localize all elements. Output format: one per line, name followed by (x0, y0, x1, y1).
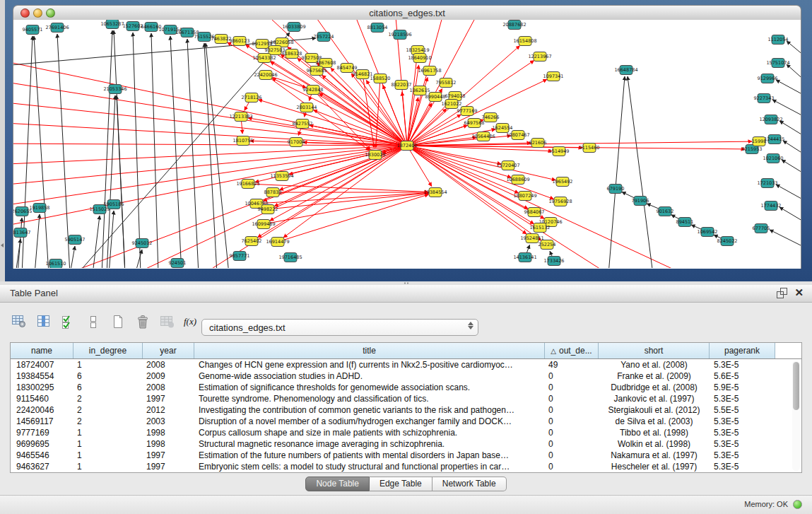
graph-node[interactable]: 14136141 (513, 253, 536, 262)
graph-node[interactable]: 9227343 (754, 94, 775, 103)
collapse-left-arrow-icon[interactable] (1, 243, 4, 247)
table-row[interactable]: 946554611997Estimation of the future num… (11, 450, 801, 461)
table-settings-button[interactable] (10, 313, 28, 331)
graph-node[interactable]: 1965492 (553, 177, 573, 187)
graph-node[interactable]: 677705 (753, 224, 770, 233)
delete-columns-button[interactable] (134, 313, 152, 331)
graph-node[interactable]: 8822037 (392, 81, 412, 90)
graph-node[interactable]: 8427552 (293, 119, 313, 129)
graph-node[interactable]: 15751074 (766, 59, 789, 68)
table-scrollbar[interactable] (792, 361, 800, 471)
graph-node[interactable]: 9129966 (758, 74, 778, 83)
graph-node[interactable]: 791906 (632, 197, 649, 206)
graph-node[interactable]: 12093822 (759, 115, 782, 124)
function-builder-button[interactable]: f(x) (183, 313, 201, 331)
graph-node[interactable]: 27691406 (45, 23, 69, 33)
graph-node[interactable]: 12213383 (229, 112, 252, 122)
table-scrollbar-thumb[interactable] (793, 362, 799, 410)
graph-node[interactable]: 8813054 (367, 23, 388, 33)
graph-node[interactable]: 9684067 (524, 208, 545, 217)
column-header-out_de[interactable]: △out_de... (545, 343, 599, 358)
graph-node[interactable]: 19384554 (423, 188, 447, 197)
graph-node[interactable]: 1721033 (758, 179, 778, 188)
graph-node[interactable]: 1514949 (549, 147, 570, 156)
graph-node[interactable]: 1244415 (765, 135, 785, 144)
graph-node[interactable]: 1588520 (370, 74, 391, 83)
graph-node[interactable]: 621606 (529, 139, 547, 148)
select-all-columns-button[interactable] (59, 313, 78, 331)
tab-edge-table[interactable]: Edge Table (370, 477, 433, 491)
graph-node[interactable]: 15998 (752, 137, 767, 146)
graph-node[interactable]: 21053346 (103, 85, 126, 94)
graph-node[interactable]: 1615132 (530, 223, 551, 233)
graph-node[interactable]: 8990448 (425, 93, 446, 102)
graph-node[interactable]: 18807249 (513, 192, 536, 201)
graph-node[interactable]: 1919858 (30, 204, 50, 213)
table-row[interactable]: 1830029562008Estimation of significance … (11, 382, 801, 393)
graph-node[interactable]: 252254 (539, 240, 556, 250)
table-selector[interactable]: citations_edges.txt (201, 319, 478, 336)
graph-node[interactable]: 1021060 (763, 154, 784, 163)
graph-node[interactable]: 8245022 (717, 237, 738, 246)
tab-node-table[interactable]: Node Table (305, 477, 370, 491)
column-visibility-button[interactable] (35, 313, 53, 331)
table-row[interactable]: 1872400712008Changes of HCN gene express… (11, 359, 801, 370)
column-header-pagerank[interactable]: pagerank (710, 343, 775, 358)
graph-node[interactable]: 1061510 (46, 259, 66, 269)
graph-node[interactable]: 20887682 (502, 21, 526, 30)
graph-node[interactable]: 5905147 (65, 235, 86, 245)
graph-node[interactable]: 1112054 (768, 35, 789, 45)
graph-node[interactable]: 7857224 (314, 33, 334, 42)
graph-node[interactable]: 19716485 (278, 253, 302, 262)
graph-node[interactable]: 917004 (288, 138, 305, 147)
column-header-name[interactable]: name (11, 343, 73, 358)
table-row[interactable]: 969969511998Structural magnetic resonanc… (11, 438, 801, 450)
graph-node[interactable]: 16099489 (252, 220, 275, 229)
graph-node[interactable]: 2803144 (297, 103, 317, 112)
graph-node[interactable]: 9115460 (579, 144, 600, 153)
graph-node[interactable]: 1830029 (365, 151, 386, 160)
graph-node[interactable]: 2718126 (242, 93, 262, 103)
column-header-short[interactable]: short (599, 343, 710, 358)
table-row[interactable]: 977716911998Corpus callosum shape and si… (11, 427, 801, 438)
network-canvas[interactable]: 1872400183002919384554986012389129541822… (13, 20, 801, 269)
graph-node[interactable]: 12213967 (528, 52, 551, 62)
graph-node[interactable]: 887833 (264, 188, 282, 197)
float-panel-icon[interactable] (776, 287, 787, 298)
table-row[interactable]: 911546021997Tourette syndrome. Phenomeno… (11, 393, 801, 404)
table-row[interactable]: 946362711997Embryonic stem cells: a mode… (11, 461, 801, 472)
graph-node[interactable]: 9857771 (230, 252, 250, 261)
graph-node[interactable]: 1733426 (544, 257, 565, 266)
graph-node[interactable]: 16961758 (418, 66, 441, 76)
table-row[interactable]: 1456911722003Disruption of a novel membe… (11, 416, 801, 427)
graph-node[interactable]: 9777169 (457, 107, 478, 116)
graph-node[interactable]: 1774432 (761, 201, 782, 211)
graph-node[interactable]: 6497568 (464, 119, 485, 128)
unselect-all-columns-button[interactable] (84, 313, 102, 331)
graph-node[interactable]: 9245012 (132, 239, 153, 248)
table-row[interactable]: 2242004622012Investigating the contribut… (11, 404, 801, 416)
graph-node[interactable]: 924501 (169, 259, 187, 268)
column-header-in_degree[interactable]: in_degree (73, 343, 143, 358)
graph-node[interactable]: 8813647 (13, 228, 30, 238)
graph-node[interactable]: 16033809 (282, 23, 305, 32)
graph-node[interactable]: 1527602 (123, 22, 143, 31)
table-row[interactable]: 1938455462009Genome-wide association stu… (11, 370, 801, 382)
graph-node[interactable]: 19166825 (236, 180, 259, 189)
graph-node[interactable]: 20564486 (471, 132, 495, 141)
graph-node[interactable]: 10653287 (100, 20, 124, 29)
graph-node[interactable]: 18640910 (408, 54, 431, 63)
column-header-year[interactable]: year (143, 343, 194, 358)
graph-node[interactable]: 7625402 (242, 237, 262, 246)
network-window-titlebar[interactable]: citations_edges.txt (13, 5, 801, 21)
graph-node[interactable]: 901632 (657, 207, 674, 216)
close-panel-icon[interactable]: ✕ (794, 287, 804, 298)
graph-node[interactable]: 9405571 (23, 25, 43, 35)
graph-node[interactable]: 10807467 (506, 131, 529, 140)
graph-node[interactable]: 22420046 (254, 71, 277, 80)
graph-node[interactable]: 15720407 (496, 161, 519, 170)
graph-node[interactable]: 9675685 (307, 66, 327, 76)
graph-node[interactable]: 16648784 (614, 66, 637, 75)
delete-table-button[interactable] (158, 313, 177, 331)
splitter-left-strip[interactable] (0, 0, 5, 281)
